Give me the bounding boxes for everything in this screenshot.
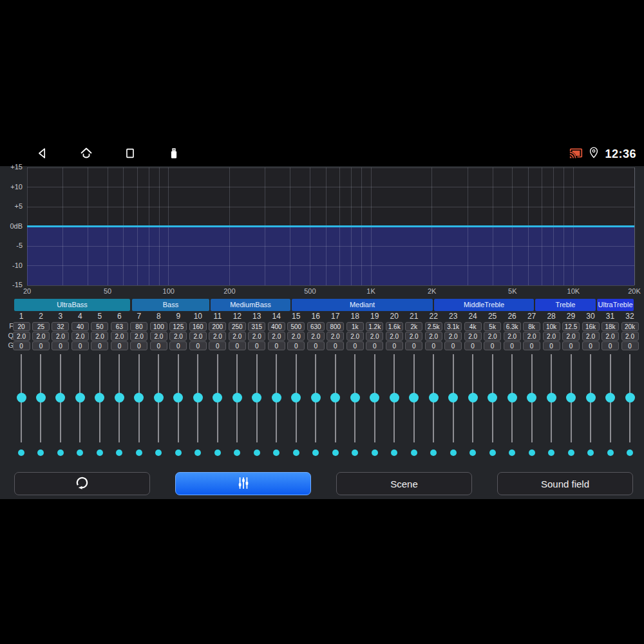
slider-handle[interactable] — [213, 393, 222, 402]
channel-dot[interactable] — [116, 450, 122, 456]
q-value[interactable]: 2.0 — [169, 332, 187, 341]
q-value[interactable]: 2.0 — [268, 332, 285, 341]
freq-value[interactable]: 500 — [287, 322, 305, 331]
slider-handle[interactable] — [625, 393, 635, 402]
home-button[interactable] — [79, 146, 94, 162]
freq-value[interactable]: 50 — [91, 322, 108, 331]
freq-value[interactable]: 2k — [405, 322, 422, 331]
gain-value[interactable]: 0 — [130, 341, 147, 350]
q-value[interactable]: 2.0 — [405, 332, 422, 341]
sound-field-button[interactable]: Sound field — [497, 472, 633, 495]
slider-handle[interactable] — [527, 393, 536, 402]
q-value[interactable]: 2.0 — [425, 332, 442, 341]
slider-handle[interactable] — [488, 393, 497, 402]
freq-value[interactable]: 63 — [111, 322, 128, 331]
usb-button[interactable] — [166, 146, 182, 162]
slider-handle[interactable] — [55, 393, 65, 402]
q-value[interactable]: 2.0 — [209, 332, 226, 341]
slider-handle[interactable] — [36, 393, 46, 402]
channel-dot[interactable] — [18, 450, 24, 456]
q-value[interactable]: 2.0 — [327, 332, 344, 341]
channel-dot[interactable] — [234, 450, 240, 456]
freq-value[interactable]: 25 — [32, 322, 50, 331]
gain-value[interactable]: 0 — [71, 341, 89, 350]
channel-dot[interactable] — [509, 450, 515, 456]
freq-value[interactable]: 10k — [543, 322, 560, 331]
gain-value[interactable]: 0 — [248, 341, 265, 350]
slider-handle[interactable] — [272, 393, 281, 402]
gain-value[interactable]: 0 — [504, 341, 521, 350]
gain-value[interactable]: 0 — [346, 341, 364, 350]
channel-dot[interactable] — [57, 450, 64, 456]
channel-dot[interactable] — [529, 450, 535, 456]
gain-value[interactable]: 0 — [366, 341, 383, 350]
q-value[interactable]: 2.0 — [71, 332, 89, 341]
slider-handle[interactable] — [429, 393, 439, 402]
freq-value[interactable]: 315 — [248, 322, 265, 331]
channel-dot[interactable] — [254, 450, 260, 456]
channel-dot[interactable] — [607, 450, 614, 456]
q-value[interactable]: 2.0 — [189, 332, 207, 341]
gain-value[interactable]: 0 — [169, 341, 187, 350]
freq-value[interactable]: 630 — [307, 322, 325, 331]
q-value[interactable]: 2.0 — [601, 332, 619, 341]
slider-handle[interactable] — [409, 393, 419, 402]
gain-value[interactable]: 0 — [52, 341, 69, 350]
freq-value[interactable]: 100 — [150, 322, 167, 331]
q-value[interactable]: 2.0 — [582, 332, 600, 341]
freq-value[interactable]: 1k — [346, 322, 364, 331]
gain-value[interactable]: 0 — [523, 341, 540, 350]
channel-dot[interactable] — [293, 450, 299, 456]
q-value[interactable]: 2.0 — [484, 332, 501, 341]
channel-dot[interactable] — [136, 450, 142, 456]
q-value[interactable]: 2.0 — [346, 332, 364, 341]
slider-handle[interactable] — [605, 393, 615, 402]
gain-value[interactable]: 0 — [307, 341, 325, 350]
q-value[interactable]: 2.0 — [287, 332, 305, 341]
channel-dot[interactable] — [37, 450, 44, 456]
slider-handle[interactable] — [252, 393, 261, 402]
slider-handle[interactable] — [75, 393, 85, 402]
gain-value[interactable]: 0 — [543, 341, 560, 350]
channel-dot[interactable] — [568, 450, 574, 456]
q-value[interactable]: 2.0 — [130, 332, 147, 341]
freq-value[interactable]: 18k — [601, 322, 619, 331]
gain-value[interactable]: 0 — [582, 341, 600, 350]
slider-handle[interactable] — [370, 393, 379, 402]
slider-handle[interactable] — [566, 393, 576, 402]
gain-value[interactable]: 0 — [13, 341, 30, 350]
back-button[interactable] — [35, 146, 50, 162]
channel-dot[interactable] — [77, 450, 83, 456]
channel-dot[interactable] — [214, 450, 221, 456]
freq-value[interactable]: 3.1k — [444, 322, 462, 331]
channel-dot[interactable] — [97, 450, 103, 456]
equalizer-button[interactable] — [175, 472, 311, 495]
q-value[interactable]: 2.0 — [464, 332, 482, 341]
channel-dot[interactable] — [372, 450, 378, 456]
gain-value[interactable]: 0 — [268, 341, 285, 350]
slider-handle[interactable] — [468, 393, 478, 402]
q-value[interactable]: 2.0 — [32, 332, 50, 341]
slider-handle[interactable] — [507, 393, 517, 402]
slider-handle[interactable] — [311, 393, 321, 402]
slider-handle[interactable] — [173, 393, 183, 402]
channel-dot[interactable] — [352, 450, 358, 456]
channel-dot[interactable] — [430, 450, 437, 456]
q-value[interactable]: 2.0 — [307, 332, 325, 341]
channel-dot[interactable] — [489, 450, 496, 456]
slider-handle[interactable] — [17, 393, 26, 402]
q-value[interactable]: 2.0 — [543, 332, 560, 341]
slider-handle[interactable] — [547, 393, 556, 402]
channel-dot[interactable] — [155, 450, 162, 456]
q-value[interactable]: 2.0 — [91, 332, 108, 341]
freq-value[interactable]: 5k — [484, 322, 501, 331]
freq-value[interactable]: 800 — [327, 322, 344, 331]
channel-dot[interactable] — [391, 450, 397, 456]
freq-value[interactable]: 400 — [268, 322, 285, 331]
gain-value[interactable]: 0 — [601, 341, 619, 350]
gain-value[interactable]: 0 — [444, 341, 462, 350]
gain-value[interactable]: 0 — [91, 341, 108, 350]
channel-dot[interactable] — [175, 450, 182, 456]
freq-value[interactable]: 16k — [582, 322, 600, 331]
q-value[interactable]: 2.0 — [150, 332, 167, 341]
